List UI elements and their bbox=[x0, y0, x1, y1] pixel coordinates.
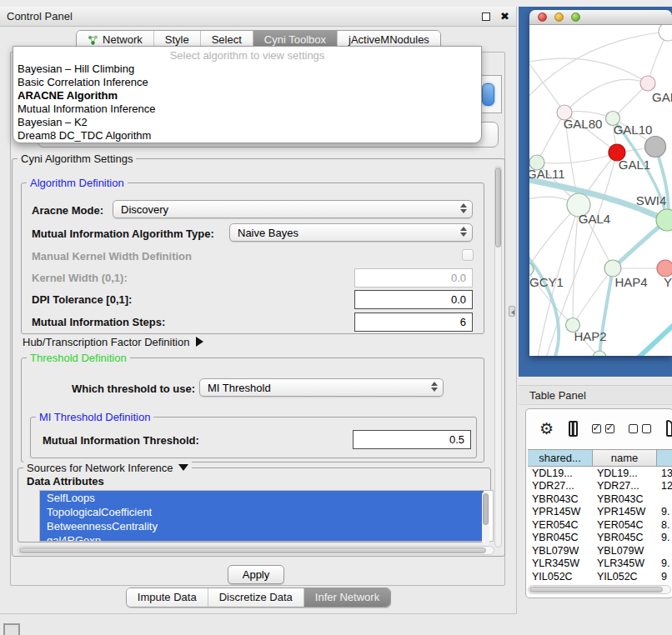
deselect-all-icon[interactable] bbox=[629, 424, 651, 433]
top-strip bbox=[0, 0, 672, 7]
tab-infer-network[interactable]: Infer Network bbox=[303, 588, 390, 607]
sources-group: Sources for Network Inference Data Attri… bbox=[18, 468, 491, 542]
tab-impute-data[interactable]: Impute Data bbox=[127, 588, 208, 607]
manual-kernel-checkbox[interactable] bbox=[462, 249, 474, 261]
table-cell: YLR345W bbox=[593, 558, 657, 571]
table-cell: YBR045C bbox=[528, 532, 593, 545]
bottom-tab-bar: Impute DataDiscretize DataInfer Network bbox=[0, 588, 517, 608]
sources-title-text: Sources for Network Inference bbox=[27, 462, 173, 474]
table-cell: YBR043C bbox=[528, 492, 593, 506]
data-attribute-selfloops[interactable]: SelfLoops bbox=[40, 491, 484, 505]
table-row[interactable]: YBR043CYBR043C bbox=[528, 492, 672, 506]
data-attributes-list[interactable]: SelfLoopsTopologicalCoefficientBetweenne… bbox=[39, 490, 494, 542]
tab-label: jActiveMNodules bbox=[349, 33, 429, 46]
mi-type-combo[interactable]: Naive Bayes bbox=[229, 223, 473, 242]
table-row[interactable]: YDR27...YDR27...12 bbox=[528, 480, 672, 493]
dpi-tolerance-field[interactable]: 0.0 bbox=[354, 290, 473, 309]
tab-label: Style bbox=[165, 33, 189, 46]
table-cell: YER054C bbox=[593, 518, 657, 532]
table-horizontal-scrollbar[interactable] bbox=[528, 585, 671, 594]
node-label-hap4: HAP4 bbox=[614, 275, 647, 289]
network-edge bbox=[638, 323, 672, 356]
panel-divider-handle[interactable] bbox=[509, 306, 515, 317]
data-attribute-betweennesscentrality[interactable]: BetweennessCentrality bbox=[40, 519, 484, 533]
table-toolbar: ⚙ bbox=[526, 409, 672, 448]
table-row[interactable]: YBL079WYBL079W bbox=[528, 544, 672, 558]
table-cell: YDL19... bbox=[593, 467, 657, 480]
algorithm-option-dream8-dc-tdc-algorithm[interactable]: Dream8 DC_TDC Algorithm bbox=[13, 129, 481, 142]
table-cell: YIL052C bbox=[528, 570, 593, 583]
mi-type-value: Naive Bayes bbox=[238, 227, 298, 239]
kernel-width-value: 0.0 bbox=[451, 272, 466, 284]
select-all-icon[interactable] bbox=[592, 424, 614, 433]
manual-kernel-label: Manual Kernel Width Definition bbox=[32, 250, 192, 262]
algorithm-option-bayesian-k2[interactable]: Bayesian – K2 bbox=[13, 116, 481, 129]
table-row[interactable]: YDL19...YDL19...13 bbox=[528, 467, 672, 480]
which-threshold-combo[interactable]: MI Threshold bbox=[199, 378, 444, 397]
network-edge bbox=[529, 58, 564, 112]
close-panel-icon[interactable]: ✖ bbox=[500, 12, 509, 21]
mi-steps-field[interactable]: 6 bbox=[354, 312, 473, 332]
sources-group-title[interactable]: Sources for Network Inference bbox=[23, 462, 192, 474]
network-node-gal[interactable] bbox=[640, 76, 655, 91]
column-header-2[interactable] bbox=[657, 450, 672, 466]
table-row[interactable]: YBR045CYBR045C9. bbox=[528, 532, 672, 545]
settings-horizontal-scrollbar[interactable] bbox=[18, 546, 494, 555]
zoom-window-icon[interactable] bbox=[571, 12, 580, 22]
algorithm-option-aracne-algorithm[interactable]: ARACNE Algorithm bbox=[13, 89, 481, 102]
network-node-white-top[interactable] bbox=[659, 25, 672, 41]
network-node-bottom[interactable] bbox=[593, 351, 606, 356]
tab-discretize-data[interactable]: Discretize Data bbox=[208, 588, 303, 607]
export-table-icon[interactable] bbox=[666, 420, 672, 437]
algorithm-definition-title: Algorithm Definition bbox=[27, 177, 128, 189]
column-header-shared[interactable]: shared... bbox=[528, 450, 593, 466]
mi-type-label: Mutual Information Algorithm Type: bbox=[32, 228, 214, 240]
table-cell: 9. bbox=[657, 506, 672, 519]
table-cell: YPR145W bbox=[593, 506, 657, 519]
threshold-definition-group: Threshold Definition Which threshold to … bbox=[21, 358, 484, 462]
table-row[interactable]: YLR345WYLR345W9. bbox=[528, 558, 672, 571]
table-cell bbox=[657, 544, 672, 558]
table-cell: 9. bbox=[657, 532, 672, 545]
algorithm-option-mutual-information-inference[interactable]: Mutual Information Inference bbox=[13, 102, 481, 116]
table-cell: YBR043C bbox=[593, 492, 657, 506]
apply-button[interactable]: Apply bbox=[228, 565, 284, 584]
collapse-down-icon bbox=[178, 464, 188, 471]
mi-threshold-value: 0.5 bbox=[449, 433, 464, 446]
table-cell: YLR345W bbox=[528, 558, 593, 571]
network-window-titlebar bbox=[529, 10, 672, 25]
algorithm-option-basic-correlation-inference[interactable]: Basic Correlation Inference bbox=[13, 76, 481, 89]
network-node-y[interactable] bbox=[657, 260, 672, 277]
float-panel-icon[interactable] bbox=[482, 12, 490, 21]
network-node-hap4[interactable] bbox=[604, 260, 621, 277]
close-window-icon[interactable] bbox=[538, 12, 547, 22]
table-row[interactable]: YPR145WYPR145W9. bbox=[528, 506, 672, 519]
columns-icon[interactable] bbox=[569, 421, 577, 437]
list-scrollbar[interactable] bbox=[482, 492, 489, 545]
combo-arrows-icon bbox=[431, 382, 438, 392]
network-window[interactable]: GALGAL80GAL10GAL1GAL11SWI4GAL4GCY1HAP4YH… bbox=[529, 10, 672, 356]
dock-panel-chip[interactable] bbox=[3, 623, 20, 635]
node-label-gal: GAL bbox=[652, 90, 672, 104]
settings-scrollbar[interactable] bbox=[494, 166, 502, 548]
table-row[interactable]: YIL052CYIL052C9 bbox=[528, 570, 672, 583]
table-panel-box: ⚙ shared...name YDL19...YDL19...13YDR27.… bbox=[525, 408, 672, 598]
table-row[interactable]: YER054CYER054C8. bbox=[528, 518, 672, 532]
data-attribute-gal4rgexp[interactable]: gal4RGexp bbox=[40, 533, 484, 542]
kernel-width-field[interactable]: 0.0 bbox=[354, 268, 473, 288]
mi-threshold-group: MI Threshold Definition Mutual Informati… bbox=[30, 417, 477, 458]
gear-icon[interactable]: ⚙ bbox=[539, 421, 554, 437]
aracne-mode-combo[interactable]: Discovery bbox=[113, 200, 473, 218]
hub-definition-expander[interactable]: Hub/Transcription Factor Definition bbox=[23, 336, 203, 348]
algorithm-option-list: Bayesian – Hill ClimbingBasic Correlatio… bbox=[13, 62, 481, 142]
minimize-window-icon[interactable] bbox=[554, 12, 564, 22]
algorithm-option-bayesian-hill-climbing[interactable]: Bayesian – Hill Climbing bbox=[13, 62, 481, 76]
network-node-gray[interactable] bbox=[645, 137, 666, 158]
network-canvas[interactable]: GALGAL80GAL10GAL1GAL11SWI4GAL4GCY1HAP4YH… bbox=[529, 25, 672, 356]
mi-threshold-field[interactable]: 0.5 bbox=[353, 430, 471, 449]
inference-algorithm-combo-fragment[interactable] bbox=[479, 75, 502, 113]
mi-threshold-label: Mutual Information Threshold: bbox=[43, 434, 199, 447]
column-header-name[interactable]: name bbox=[593, 450, 657, 466]
popup-prompt: Select algorithm to view settings bbox=[13, 48, 481, 62]
data-attribute-topologicalcoefficient[interactable]: TopologicalCoefficient bbox=[40, 505, 484, 519]
